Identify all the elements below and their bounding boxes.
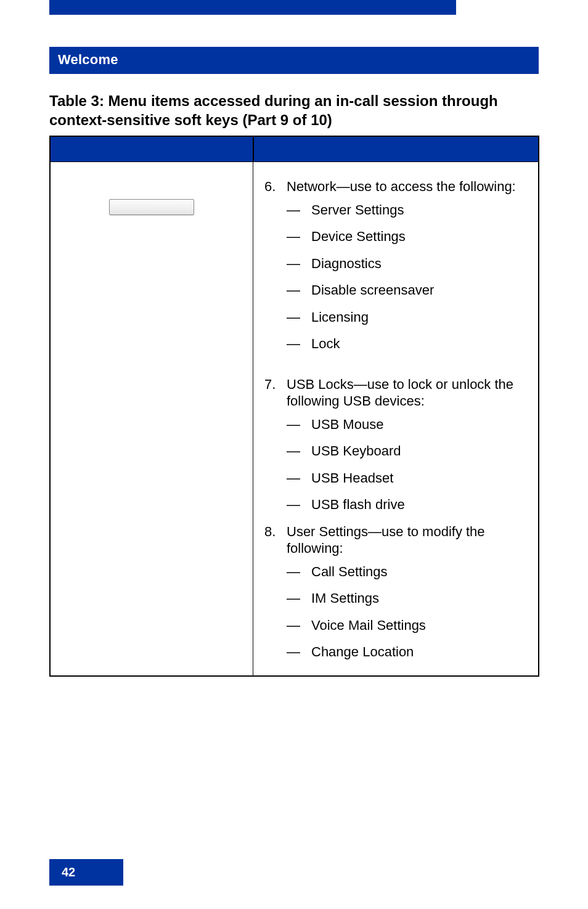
sublist-item: —Server Settings	[287, 202, 523, 219]
sublist-item: —USB flash drive	[287, 496, 523, 513]
table-header-left	[50, 136, 253, 162]
top-blue-banner	[49, 0, 456, 15]
sublist-text: Licensing	[311, 309, 523, 326]
dash: —	[287, 416, 311, 433]
dash: —	[287, 335, 311, 353]
table-row: 6. Network—use to access the following: …	[50, 162, 539, 676]
sublist-text: USB Mouse	[311, 416, 523, 433]
dash: —	[287, 643, 311, 661]
sublist-item: —Call Settings	[287, 563, 523, 581]
list-item: 8. User Settings—use to modify the follo…	[264, 523, 523, 557]
sublist-item: —Change Location	[287, 643, 523, 661]
sublist-text: USB Keyboard	[311, 442, 523, 460]
menu-table: 6. Network—use to access the following: …	[49, 136, 539, 677]
table-header-row	[50, 136, 539, 162]
menu-description-cell: 6. Network—use to access the following: …	[253, 162, 539, 676]
soft-key-button[interactable]	[109, 199, 194, 215]
list-text: Network—use to access the following:	[287, 178, 523, 195]
sublist: —USB Mouse —USB Keyboard —USB Headset —U…	[287, 416, 523, 513]
sublist-text: Server Settings	[311, 202, 523, 219]
list-item: 6. Network—use to access the following:	[264, 178, 523, 195]
dash: —	[287, 255, 311, 272]
sublist-text: Voice Mail Settings	[311, 617, 523, 634]
dash: —	[287, 563, 311, 581]
sublist: —Call Settings —IM Settings —Voice Mail …	[287, 563, 523, 661]
dash: —	[287, 228, 311, 245]
sublist-item: —Lock	[287, 335, 523, 353]
sublist-text: Call Settings	[311, 563, 523, 581]
sublist-text: USB flash drive	[311, 496, 523, 513]
dash: —	[287, 590, 311, 607]
dash: —	[287, 496, 311, 513]
dash: —	[287, 282, 311, 299]
dash: —	[287, 617, 311, 634]
dash: —	[287, 309, 311, 326]
sublist-item: —USB Mouse	[287, 416, 523, 433]
list-number: 8.	[264, 523, 287, 557]
sublist-text: Lock	[311, 335, 523, 353]
sublist-text: Diagnostics	[311, 255, 523, 272]
sublist-item: —Voice Mail Settings	[287, 617, 523, 634]
sublist-text: USB Headset	[311, 470, 523, 487]
sublist-text: Change Location	[311, 643, 523, 661]
page-number: 42	[49, 859, 123, 886]
sublist-text: Disable screensaver	[311, 282, 523, 299]
list-item: 7. USB Locks—use to lock or unlock the f…	[264, 376, 523, 410]
list-number: 7.	[264, 376, 287, 410]
dash: —	[287, 470, 311, 487]
list-text: User Settings—use to modify the followin…	[287, 523, 523, 557]
dash: —	[287, 442, 311, 460]
sublist-item: —Licensing	[287, 309, 523, 326]
table-caption: Table 3: Menu items accessed during an i…	[49, 91, 539, 129]
sublist-item: —USB Keyboard	[287, 442, 523, 460]
sublist-item: —IM Settings	[287, 590, 523, 607]
section-header: Welcome	[49, 47, 539, 74]
sublist-item: —Device Settings	[287, 228, 523, 245]
list-number: 6.	[264, 178, 287, 195]
sublist-item: —USB Headset	[287, 470, 523, 487]
sublist-text: Device Settings	[311, 228, 523, 245]
sublist-item: —Diagnostics	[287, 255, 523, 272]
sublist-text: IM Settings	[311, 590, 523, 607]
dash: —	[287, 202, 311, 219]
list-text: USB Locks—use to lock or unlock the foll…	[287, 376, 523, 410]
soft-key-cell	[50, 162, 253, 676]
table-header-right	[253, 136, 539, 162]
sublist: —Server Settings —Device Settings —Diagn…	[287, 202, 523, 353]
sublist-item: —Disable screensaver	[287, 282, 523, 299]
